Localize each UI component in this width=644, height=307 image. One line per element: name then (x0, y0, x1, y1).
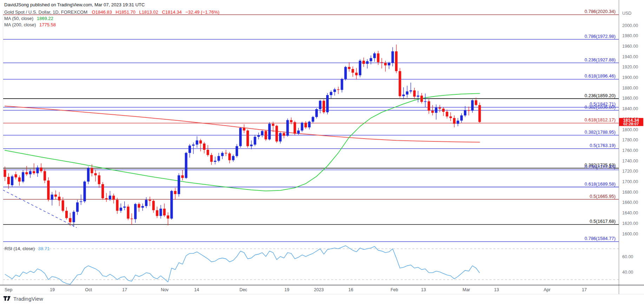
time-axis[interactable]: Sep19Oct17Nov14Dec19202316Feb13Mar13Apr1… (5, 287, 587, 292)
fib-level-label: 0.5(1763.19) (590, 143, 616, 148)
candle-body (453, 118, 455, 124)
candle-body (203, 144, 205, 150)
candle-body (239, 128, 242, 146)
trendline[interactable] (3, 190, 77, 228)
candle-body (344, 67, 347, 79)
time-axis-label: Nov (161, 287, 169, 292)
candle-body (297, 131, 300, 134)
price-scale-tick: 1900.00 (622, 75, 638, 80)
time-axis-label: 19 (284, 287, 289, 292)
fib-level-label: 0.382(1788.95) (585, 129, 616, 135)
candle-body (199, 140, 202, 144)
candle-body (105, 198, 107, 199)
candle-body (264, 131, 267, 140)
chart-canvas[interactable]: 0.786(2020.34)0.786(1972.98)0.236(1927.8… (0, 0, 644, 307)
ohlc-close: C1814.34 (162, 9, 182, 15)
candle-body (4, 169, 6, 177)
price-pane[interactable]: 0.786(2020.34)0.786(1972.98)0.236(1927.8… (3, 9, 619, 241)
time-axis-label: 14 (194, 287, 199, 292)
candle-body (14, 174, 17, 178)
ma50-legend: MA (50, close) 1869.22 (4, 15, 219, 21)
candle-body (142, 206, 144, 208)
candle-body (152, 201, 155, 210)
candle-body (243, 128, 245, 131)
candle-body (36, 167, 39, 173)
rsi-label: RSI (14, close) (5, 246, 35, 251)
fib-level-label: 0.5(1665.95) (590, 194, 616, 199)
ma200-value: 1775.58 (39, 22, 56, 27)
fib-level-label: 0.786(1972.98) (585, 34, 616, 39)
tradingview-logo-icon (4, 296, 11, 301)
time-axis-label: Mar (462, 287, 470, 292)
candle-body (134, 204, 137, 219)
fib-level-label: 0.618(1689.58) (585, 181, 616, 187)
candle-body (174, 191, 176, 194)
candle-body (221, 153, 224, 156)
rsi-scale-tick: 60.00 (622, 254, 633, 259)
candle-body (326, 95, 329, 112)
candle-body (456, 121, 459, 124)
candle-body (283, 133, 285, 135)
fib-level-label: 0.5(1617.68) (590, 219, 616, 224)
candle-body (275, 126, 278, 142)
candle-body (22, 172, 24, 182)
candle-body (435, 108, 438, 113)
fib-level-label: 0.786(1584.77) (585, 236, 616, 241)
candle-body (384, 63, 387, 65)
candle-body (301, 123, 303, 131)
time-axis-label: 16 (348, 287, 353, 292)
candle-body (206, 150, 209, 155)
tradingview-logo[interactable]: TradingView (4, 296, 43, 302)
price-scale-tick: 1860.00 (622, 96, 638, 101)
time-axis-label: 2023 (314, 287, 324, 292)
fib-level-label: 0.786(2020.34) (585, 9, 616, 14)
candle-body (101, 184, 104, 198)
candle-body (116, 200, 118, 211)
candle-body (94, 173, 97, 175)
candle-body (399, 71, 401, 96)
candle-body (402, 95, 405, 96)
price-scale[interactable]: USD2000.001980.001960.001940.001920.0019… (619, 0, 644, 294)
price-scale-tick: 1880.00 (622, 86, 638, 91)
candle-body (80, 201, 82, 202)
candle-body (409, 91, 412, 92)
ohlc-open: O1846.83 (92, 9, 112, 15)
candle-body (120, 208, 122, 211)
rsi-pane[interactable]: 60.0040.00 (3, 246, 633, 284)
candle-body (228, 153, 231, 160)
candle-body (69, 218, 71, 222)
candle-body (424, 101, 427, 102)
candle-body (44, 171, 46, 181)
candle-body (351, 69, 354, 73)
candle-body (290, 120, 293, 122)
ohlc-change: −32.49 (−1.76%) (185, 9, 219, 15)
candle-body (58, 197, 60, 200)
candle-body (250, 145, 252, 146)
candle-body (196, 140, 198, 145)
candle-body (51, 195, 53, 200)
candle-body (431, 111, 434, 113)
ma50-line (5, 93, 480, 191)
candle-body (123, 207, 126, 208)
price-scale-tick: 2000.00 (622, 23, 638, 28)
symbol-ohlc-row: Gold Spot / U.S. Dollar, 1D, FOREXCOM O1… (4, 9, 219, 15)
candle-body (62, 200, 64, 211)
candle-body (159, 209, 162, 216)
candle-body (156, 210, 158, 216)
price-scale-tick: 1700.00 (622, 179, 638, 184)
price-scale-tick: 1920.00 (622, 65, 638, 69)
candle-body (214, 161, 216, 162)
candle-body (366, 61, 368, 64)
price-scale-tick: 1840.00 (622, 106, 638, 111)
rsi-value: 38.71 (38, 246, 50, 251)
candle-body (417, 96, 419, 97)
candle-body (138, 204, 140, 207)
time-axis-label: Oct (85, 287, 92, 292)
candle-body (406, 92, 408, 95)
candle-body (210, 155, 213, 162)
candle-body (54, 195, 57, 197)
candle-body (170, 191, 173, 219)
candle-body (189, 146, 191, 153)
candle-body (73, 212, 75, 222)
candle-body (112, 196, 115, 200)
